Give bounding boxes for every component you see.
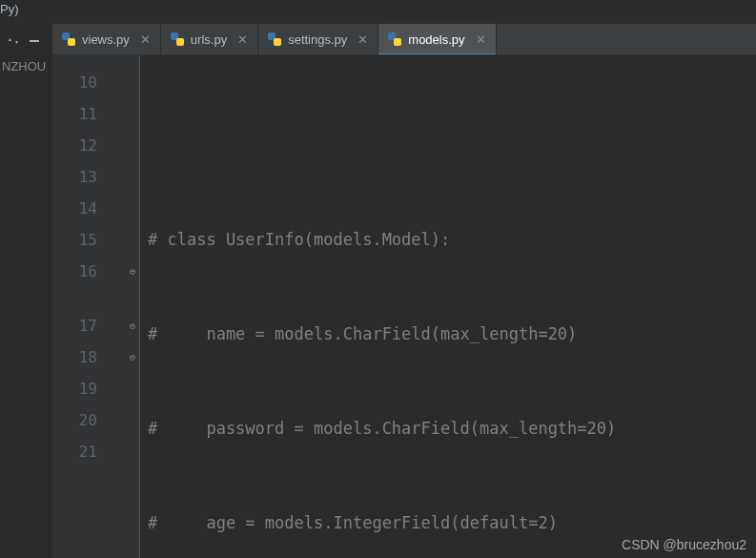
line-number: 12	[52, 130, 139, 161]
line-number: 17	[52, 310, 139, 341]
tab-models[interactable]: models.py ✕	[378, 24, 496, 54]
python-icon	[388, 32, 401, 46]
python-icon	[62, 32, 75, 46]
line-gutter: 10 11 12 13 14 15 16 ⊖ 17 ⊖ 18 ⊖ 19 20 2…	[52, 55, 140, 558]
fold-icon[interactable]: ⊖	[130, 341, 135, 373]
top-fragment: Py)	[0, 2, 19, 16]
fold-icon[interactable]: ⊖	[130, 310, 135, 341]
tab-settings[interactable]: settings.py ✕	[258, 24, 378, 54]
svg-rect-0	[30, 40, 39, 42]
python-icon	[268, 32, 281, 46]
code-line	[140, 130, 756, 161]
code-editor[interactable]: 10 11 12 13 14 15 16 ⊖ 17 ⊖ 18 ⊖ 19 20 2…	[52, 54, 756, 558]
editor-tabs: views.py ✕ urls.py ✕ settings.py ✕ model…	[52, 24, 756, 54]
line-number: 21	[52, 436, 139, 467]
tab-label: settings.py	[288, 32, 347, 47]
tab-label: views.py	[82, 32, 130, 47]
code-line: # name = models.CharField(max_length=20)	[140, 319, 756, 350]
minus-icon[interactable]	[28, 34, 41, 52]
line-number: 19	[52, 373, 139, 404]
toolbar-left	[0, 29, 48, 57]
line-number: 13	[52, 161, 139, 193]
project-tree-fragment: NZHOU	[0, 57, 48, 75]
tab-label: models.py	[408, 32, 464, 47]
tab-label: urls.py	[191, 32, 227, 47]
fold-icon[interactable]: ⊖	[130, 256, 135, 287]
line-number: 18	[52, 341, 139, 373]
code-line: # class UserInfo(models.Model):	[140, 224, 756, 256]
close-icon[interactable]: ✕	[237, 32, 248, 47]
watermark: CSDN @brucezhou2	[622, 537, 746, 552]
line-number: 15	[52, 224, 139, 256]
code-content[interactable]: # class UserInfo(models.Model): # name =…	[140, 55, 756, 558]
code-line: # age = models.IntegerField(default=2)	[140, 507, 756, 539]
close-icon[interactable]: ✕	[476, 32, 486, 47]
line-number: 10	[52, 67, 139, 98]
line-number: 20	[52, 404, 139, 436]
line-number: 11	[52, 98, 139, 130]
line-number: 16	[52, 256, 139, 287]
tab-urls[interactable]: urls.py ✕	[161, 24, 258, 54]
close-icon[interactable]: ✕	[358, 32, 368, 47]
python-icon	[171, 32, 184, 46]
line-number: 14	[52, 193, 139, 224]
tab-views[interactable]: views.py ✕	[52, 24, 161, 54]
close-icon[interactable]: ✕	[140, 32, 151, 47]
code-line: # password = models.CharField(max_length…	[140, 413, 756, 444]
collapse-icon[interactable]	[7, 34, 20, 52]
